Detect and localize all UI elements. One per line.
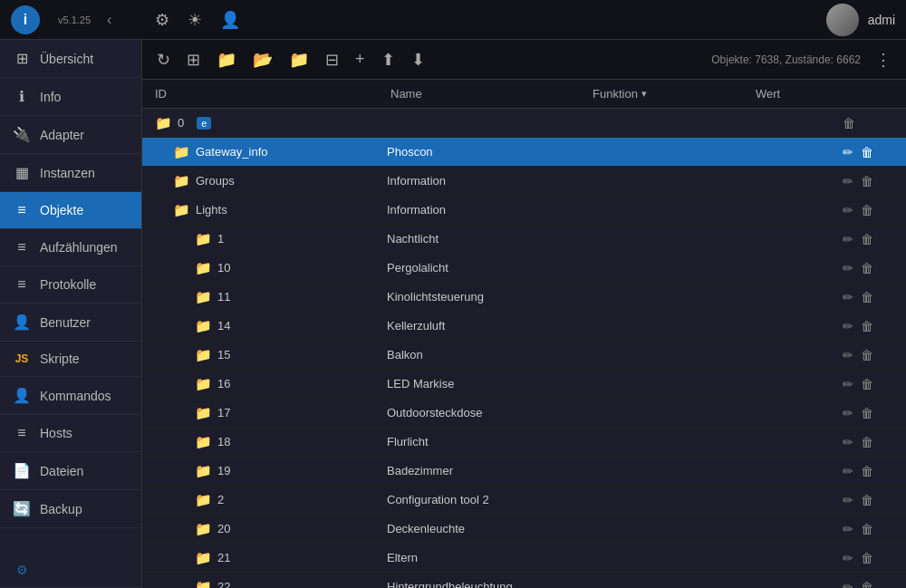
- table-row[interactable]: 📁 Groups Information ✏ 🗑: [142, 167, 906, 196]
- edit-btn[interactable]: ✏: [843, 377, 853, 391]
- delete-btn[interactable]: 🗑: [861, 435, 873, 449]
- row-id-cell: 📁 16: [151, 376, 387, 392]
- edit-btn[interactable]: ✏: [843, 232, 853, 246]
- sidebar-item-instanzen[interactable]: ▦ Instanzen: [0, 154, 141, 192]
- delete-btn[interactable]: 🗑: [861, 406, 873, 420]
- delete-btn[interactable]: 🗑: [843, 116, 855, 130]
- header-funktion-label: Funktion: [593, 87, 638, 101]
- edit-btn[interactable]: ✏: [843, 493, 853, 507]
- upload-btn[interactable]: ⬆: [376, 46, 400, 73]
- sidebar-item-ubersicht[interactable]: ⊞ Übersicht: [0, 40, 141, 78]
- sidebar-item-aufzahlungen[interactable]: ≡ Aufzählungen: [0, 229, 141, 266]
- sidebar-collapse-btn[interactable]: ‹: [107, 12, 111, 28]
- delete-btn[interactable]: 🗑: [861, 261, 873, 275]
- delete-btn[interactable]: 🗑: [861, 174, 873, 188]
- sidebar-item-label: Objekte: [40, 203, 83, 217]
- row-actions: ✏ 🗑: [843, 406, 897, 420]
- folder-icon: 📁: [195, 550, 212, 566]
- folder-icon: 📁: [195, 260, 212, 276]
- folder-open-btn[interactable]: 📂: [247, 46, 278, 73]
- table-row[interactable]: 📁 1 Nachtlicht ✏ 🗑: [142, 225, 906, 254]
- user-icon[interactable]: 👤: [220, 10, 240, 30]
- sidebar-item-backup[interactable]: 🔄 Backup: [0, 490, 141, 528]
- table-row[interactable]: 📁 16 LED Markise ✏ 🗑: [142, 370, 906, 399]
- table-row[interactable]: 📁 18 Flurlicht ✏ 🗑: [142, 428, 906, 457]
- table-row[interactable]: 📁 2 Configuration tool 2 ✏ 🗑: [142, 486, 906, 515]
- refresh-btn[interactable]: ↻: [151, 46, 176, 73]
- sidebar-item-info[interactable]: ℹ Info: [0, 78, 141, 116]
- table-row[interactable]: 📁 14 Kellerzuluft ✏ 🗑: [142, 312, 906, 341]
- toolbar-more-btn[interactable]: ⋮: [870, 46, 897, 73]
- table-row[interactable]: 📁 17 Outdoorsteckdose ✏ 🗑: [142, 399, 906, 428]
- edit-btn[interactable]: ✏: [843, 174, 853, 188]
- sidebar-item-kommandos[interactable]: 👤 Kommandos: [0, 377, 141, 415]
- add-btn[interactable]: +: [350, 46, 371, 72]
- instanzen-icon: ▦: [13, 164, 31, 181]
- edit-btn[interactable]: ✏: [843, 580, 853, 589]
- table-row[interactable]: 📁 19 Badezimmer ✏ 🗑: [142, 457, 906, 486]
- sidebar-item-skripte[interactable]: JS Skripte: [0, 342, 141, 377]
- delete-btn[interactable]: 🗑: [861, 145, 873, 159]
- edit-btn[interactable]: ✏: [843, 348, 853, 362]
- row-name-cell: Information: [387, 203, 589, 217]
- delete-btn[interactable]: 🗑: [861, 522, 873, 536]
- edit-btn[interactable]: ✏: [843, 406, 853, 420]
- header-wert-label: Wert: [756, 87, 780, 101]
- table-row[interactable]: 📁 11 Kinolichtsteuerung ✏ 🗑: [142, 283, 906, 312]
- download-btn[interactable]: ⬇: [406, 46, 430, 73]
- topbar: i v5.1.25 ‹ ⚙ ☀ 👤 admi: [0, 0, 906, 40]
- sidebar-item-bottom[interactable]: ⚙: [0, 553, 141, 588]
- edit-btn[interactable]: ✏: [843, 522, 853, 536]
- settings-icon[interactable]: ⚙: [155, 10, 169, 30]
- row-actions: ✏ 🗑: [843, 551, 897, 565]
- edit-btn[interactable]: ✏: [843, 145, 853, 159]
- sidebar-item-adapter[interactable]: 🔌 Adapter: [0, 116, 141, 154]
- folder-icon: 📁: [195, 579, 212, 589]
- logo-letter: i: [24, 12, 27, 28]
- table-row[interactable]: 📁 20 Deckenleuchte ✏ 🗑: [142, 515, 906, 544]
- table-row[interactable]: 📁 21 Eltern ✏ 🗑: [142, 544, 906, 573]
- table-row[interactable]: 📁 15 Balkon ✏ 🗑: [142, 341, 906, 370]
- edit-btn[interactable]: ✏: [843, 464, 853, 478]
- edit-btn[interactable]: ✏: [843, 551, 853, 565]
- header-funktion[interactable]: Funktion ▾: [589, 85, 752, 102]
- sidebar-item-objekte[interactable]: ≡ Objekte: [0, 192, 141, 229]
- sidebar-item-hosts[interactable]: ≡ Hosts: [0, 415, 141, 452]
- delete-btn[interactable]: 🗑: [861, 348, 873, 362]
- folder-blue-btn[interactable]: 📁: [284, 46, 314, 73]
- list-btn[interactable]: ⊟: [320, 46, 344, 73]
- theme-icon[interactable]: ☀: [188, 10, 202, 30]
- sidebar-item-protokolle[interactable]: ≡ Protokolle: [0, 266, 141, 304]
- edit-btn[interactable]: ✏: [843, 435, 853, 449]
- delete-btn[interactable]: 🗑: [861, 232, 873, 246]
- sidebar-item-label: Protokolle: [40, 277, 96, 292]
- row-name-cell: Information: [387, 174, 589, 188]
- delete-btn[interactable]: 🗑: [861, 551, 873, 565]
- folder-btn[interactable]: 📁: [211, 46, 242, 73]
- sidebar-item-benutzer[interactable]: 👤 Benutzer: [0, 304, 141, 342]
- delete-btn[interactable]: 🗑: [861, 493, 873, 507]
- table-row[interactable]: 📁 Lights Information ✏ 🗑: [142, 196, 906, 225]
- folder-icon: 📁: [195, 376, 212, 392]
- delete-btn[interactable]: 🗑: [861, 203, 873, 217]
- avatar[interactable]: [826, 4, 859, 36]
- row-actions: ✏ 🗑: [843, 145, 897, 159]
- view-grid-btn[interactable]: ⊞: [181, 46, 206, 73]
- table-row[interactable]: 📁 22 Hintergrundbeleuchtung ✏ 🗑: [142, 573, 906, 588]
- table-row[interactable]: 📁 Gateway_info Phoscon ✏ 🗑: [142, 138, 906, 167]
- row-id-cell: 📁 18: [151, 434, 387, 450]
- edit-btn[interactable]: ✏: [843, 290, 853, 304]
- delete-btn[interactable]: 🗑: [861, 377, 873, 391]
- table-row[interactable]: 📁 10 Pergolalicht ✏ 🗑: [142, 254, 906, 283]
- table-row[interactable]: 📁 0 e 🗑: [142, 109, 906, 138]
- edit-btn[interactable]: ✏: [843, 319, 853, 333]
- sidebar-item-label: Dateien: [40, 464, 83, 478]
- admin-label: admi: [868, 13, 895, 27]
- delete-btn[interactable]: 🗑: [861, 464, 873, 478]
- edit-btn[interactable]: ✏: [843, 261, 853, 275]
- delete-btn[interactable]: 🗑: [861, 319, 873, 333]
- sidebar-item-dateien[interactable]: 📄 Dateien: [0, 452, 141, 490]
- edit-btn[interactable]: ✏: [843, 203, 853, 217]
- delete-btn[interactable]: 🗑: [861, 580, 873, 589]
- delete-btn[interactable]: 🗑: [861, 290, 873, 304]
